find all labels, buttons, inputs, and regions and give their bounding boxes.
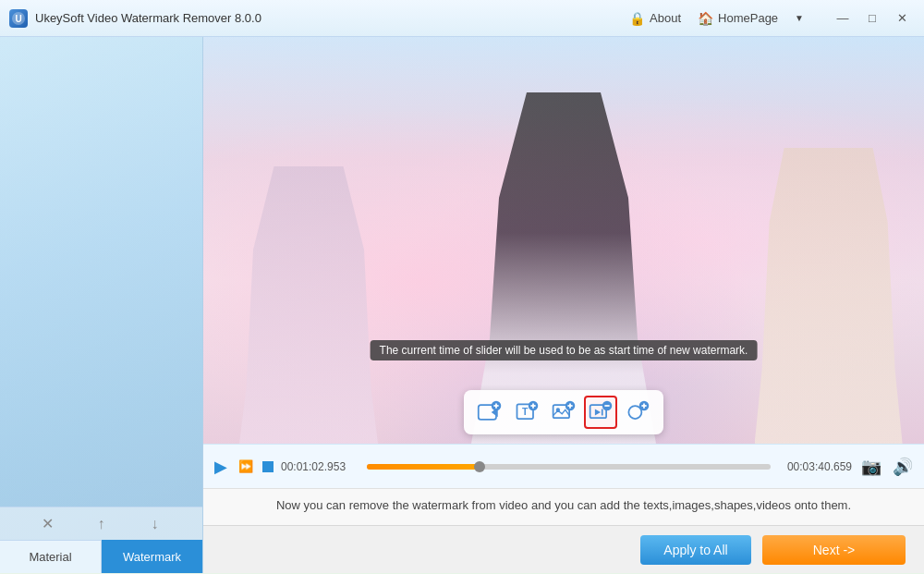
- volume-icon: 🔊: [893, 457, 913, 477]
- sidebar-background: [0, 37, 202, 573]
- tab-material[interactable]: Material: [0, 540, 102, 573]
- video-frame: [203, 37, 924, 444]
- lock-icon: 🔒: [629, 11, 645, 26]
- volume-button[interactable]: 🔊: [891, 455, 915, 479]
- move-up-button[interactable]: ↑: [89, 511, 115, 537]
- tab-watermark[interactable]: Watermark: [102, 540, 202, 573]
- main-layout: ✕ ↑ ↓ Material Watermark: [0, 37, 924, 573]
- camera-icon: 📷: [861, 457, 881, 477]
- up-arrow-icon: ↑: [98, 516, 105, 532]
- tab-material-label: Material: [29, 550, 71, 564]
- current-time: 00:01:02.953: [281, 460, 359, 473]
- add-image-watermark-button[interactable]: [547, 396, 580, 429]
- add-image-icon: [551, 399, 577, 425]
- add-video-icon: [477, 399, 503, 425]
- sidebar: ✕ ↑ ↓ Material Watermark: [0, 37, 203, 573]
- play-button[interactable]: ▶: [213, 455, 229, 479]
- bottom-action-bar: Apply to All Next ->: [203, 525, 924, 573]
- progress-fill: [367, 464, 480, 470]
- add-text-watermark-button[interactable]: T: [510, 396, 543, 429]
- down-arrow-icon: ↓: [152, 516, 159, 532]
- screenshot-button[interactable]: 📷: [859, 455, 883, 479]
- maximize-button[interactable]: □: [859, 8, 885, 29]
- video-area: T: [203, 37, 924, 573]
- minimize-button[interactable]: —: [830, 8, 856, 29]
- home-icon: 🏠: [698, 11, 713, 26]
- close-button[interactable]: ✕: [889, 8, 915, 29]
- info-bar: Now you can remove the watermark from vi…: [203, 488, 924, 525]
- add-shape-button[interactable]: [621, 396, 654, 429]
- stop-button[interactable]: [262, 461, 274, 472]
- set-start-time-button[interactable]: [584, 396, 617, 429]
- step-forward-button[interactable]: ⏩: [237, 458, 255, 475]
- video-toolbar: T: [464, 390, 663, 434]
- progress-handle[interactable]: [474, 461, 485, 472]
- delete-item-button[interactable]: ✕: [35, 511, 61, 537]
- add-shape-icon: [625, 399, 650, 425]
- svg-text:U: U: [15, 14, 21, 24]
- window-controls: — □ ✕: [830, 8, 915, 29]
- delete-icon: ✕: [42, 515, 54, 532]
- add-video-button[interactable]: [473, 396, 506, 429]
- title-bar-left: U UkeySoft Video Watermark Remover 8.0.0: [9, 9, 261, 28]
- dropdown-arrow[interactable]: ▼: [795, 13, 804, 23]
- info-message: Now you can remove the watermark from vi…: [276, 498, 851, 512]
- about-nav[interactable]: 🔒 About: [629, 11, 681, 26]
- video-overlay: [203, 37, 924, 444]
- video-container: T: [203, 37, 924, 444]
- playback-bar: ▶ ⏩ 00:01:02.953 00:03:40.659 📷 🔊: [203, 444, 924, 488]
- step-icon: ⏩: [238, 459, 253, 473]
- about-label: About: [650, 11, 681, 25]
- sidebar-tabs: Material Watermark: [0, 540, 202, 573]
- next-button[interactable]: Next ->: [762, 535, 906, 565]
- play-icon: ▶: [214, 457, 227, 477]
- title-bar-right: 🔒 About 🏠 HomePage ▼ — □ ✕: [629, 8, 915, 29]
- tab-watermark-label: Watermark: [123, 550, 181, 564]
- total-time: 00:03:40.659: [778, 460, 852, 473]
- set-start-time-icon: [588, 399, 614, 425]
- add-text-icon: T: [514, 399, 540, 425]
- progress-bar[interactable]: [367, 464, 771, 470]
- homepage-label: HomePage: [718, 11, 778, 25]
- svg-marker-18: [595, 409, 601, 416]
- apply-to-all-button[interactable]: Apply to All: [640, 535, 751, 565]
- app-icon: U: [9, 9, 28, 28]
- title-bar: U UkeySoft Video Watermark Remover 8.0.0…: [0, 0, 924, 37]
- svg-text:T: T: [522, 406, 529, 417]
- app-title: UkeySoft Video Watermark Remover 8.0.0: [35, 11, 261, 25]
- move-down-button[interactable]: ↓: [142, 511, 168, 537]
- chevron-down-icon: ▼: [795, 13, 804, 23]
- sidebar-actions: ✕ ↑ ↓: [0, 507, 202, 540]
- homepage-nav[interactable]: 🏠 HomePage: [698, 11, 778, 26]
